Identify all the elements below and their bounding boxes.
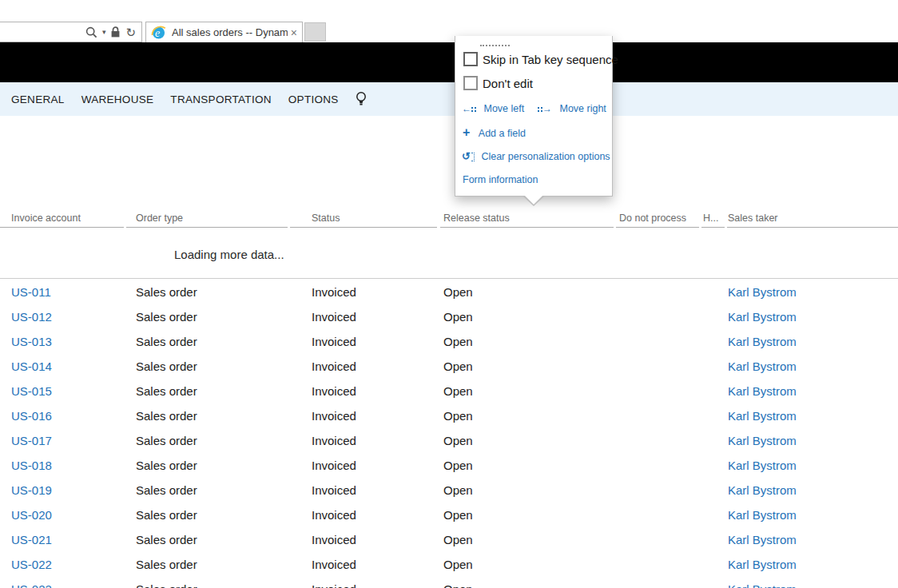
invoice-account-link[interactable]: US-013 xyxy=(11,335,52,348)
sales-taker-link[interactable]: Karl Bystrom xyxy=(728,508,797,522)
label-edit-field[interactable] xyxy=(480,45,510,46)
sales-taker-link[interactable]: Karl Bystrom xyxy=(728,558,797,571)
grid-rows: US-011 Sales order Invoiced Open Karl By… xyxy=(0,279,898,588)
table-row[interactable]: US-013 Sales order Invoiced Open Karl By… xyxy=(0,328,898,353)
tab-options[interactable]: OPTIONS xyxy=(288,93,339,105)
status-cell: Invoiced xyxy=(312,409,356,423)
checkbox-dont-edit[interactable]: Don't edit xyxy=(463,76,533,90)
action-menubar: GENERAL WAREHOUSE TRANSPORTATION OPTIONS xyxy=(0,82,898,116)
invoice-account-link[interactable]: US-015 xyxy=(11,384,52,398)
table-row[interactable]: US-020 Sales order Invoiced Open Karl By… xyxy=(0,502,898,526)
invoice-account-link[interactable]: US-020 xyxy=(11,508,52,522)
sales-taker-link[interactable]: Karl Bystrom xyxy=(728,409,797,423)
column-header-release-status[interactable]: Release status xyxy=(443,213,510,224)
address-bar[interactable]: ▾ ↻ xyxy=(0,22,142,42)
lightbulb-icon[interactable] xyxy=(356,91,367,108)
browser-tab[interactable]: e All sales orders -- Dynamics... × xyxy=(145,22,303,42)
invoice-account-link[interactable]: US-018 xyxy=(11,459,52,472)
invoice-account-link[interactable]: US-016 xyxy=(11,409,52,423)
checkbox-box[interactable] xyxy=(463,76,478,90)
column-header-do-not-process[interactable]: Do not process xyxy=(619,213,686,224)
sales-taker-link[interactable]: Karl Bystrom xyxy=(728,335,797,348)
column-header-invoice-account[interactable]: Invoice account xyxy=(11,213,81,224)
new-tab-button[interactable] xyxy=(304,22,326,42)
move-left-button[interactable]: ← Move left xyxy=(462,103,524,114)
table-row[interactable]: US-022 Sales order Invoiced Open Karl By… xyxy=(0,551,898,576)
order-type-cell: Sales order xyxy=(136,285,197,299)
invoice-account-link[interactable]: US-017 xyxy=(11,434,52,447)
checkbox-skip-tab-sequence[interactable]: Skip in Tab key sequence xyxy=(463,52,618,66)
release-status-cell: Open xyxy=(443,508,473,522)
refresh-icon[interactable]: ↻ xyxy=(125,26,136,38)
table-row[interactable]: US-015 Sales order Invoiced Open Karl By… xyxy=(0,378,898,403)
sales-taker-link[interactable]: Karl Bystrom xyxy=(728,434,797,447)
sales-taker-link[interactable]: Karl Bystrom xyxy=(728,582,797,588)
order-type-cell: Sales order xyxy=(136,459,197,472)
dynamics-appbar xyxy=(0,42,898,82)
status-cell: Invoiced xyxy=(312,459,356,472)
invoice-account-link[interactable]: US-011 xyxy=(11,285,51,299)
order-type-cell: Sales order xyxy=(136,508,197,522)
invoice-account-link[interactable]: US-012 xyxy=(11,310,52,324)
sales-taker-link[interactable]: Karl Bystrom xyxy=(728,360,797,373)
chevron-down-icon[interactable]: ▾ xyxy=(102,28,106,36)
move-left-icon: ← xyxy=(462,103,476,114)
screen: ▾ ↻ e All sales orders -- Dynamics... × xyxy=(0,0,898,588)
column-header-order-type[interactable]: Order type xyxy=(136,213,183,224)
status-cell: Invoiced xyxy=(312,533,356,546)
browser-chrome: ▾ ↻ e All sales orders -- Dynamics... × xyxy=(0,0,898,42)
status-cell: Invoiced xyxy=(312,360,356,373)
search-icon[interactable] xyxy=(85,26,97,38)
release-status-cell: Open xyxy=(443,582,473,588)
sales-taker-link[interactable]: Karl Bystrom xyxy=(728,533,797,546)
clear-personalization-button[interactable]: ↺ Clear personalization options xyxy=(462,150,610,162)
table-row[interactable]: US-016 Sales order Invoiced Open Karl By… xyxy=(0,403,898,427)
checkbox-box[interactable] xyxy=(463,52,478,66)
sales-taker-link[interactable]: Karl Bystrom xyxy=(728,285,797,299)
table-row[interactable]: US-021 Sales order Invoiced Open Karl By… xyxy=(0,526,898,551)
tab-close-icon[interactable]: × xyxy=(291,26,297,39)
release-status-cell: Open xyxy=(443,434,473,447)
tab-transportation[interactable]: TRANSPORTATION xyxy=(170,93,271,105)
order-type-cell: Sales order xyxy=(136,483,197,497)
status-cell: Invoiced xyxy=(312,335,356,348)
table-row[interactable]: US-017 Sales order Invoiced Open Karl By… xyxy=(0,427,898,452)
order-type-cell: Sales order xyxy=(136,558,197,571)
tab-general[interactable]: GENERAL xyxy=(11,93,65,105)
sales-taker-link[interactable]: Karl Bystrom xyxy=(728,384,797,398)
table-row[interactable]: US-019 Sales order Invoiced Open Karl By… xyxy=(0,477,898,502)
table-row[interactable]: US-012 Sales order Invoiced Open Karl By… xyxy=(0,304,898,328)
release-status-cell: Open xyxy=(443,384,473,398)
lock-icon xyxy=(110,26,121,38)
sales-taker-link[interactable]: Karl Bystrom xyxy=(728,459,797,472)
order-type-cell: Sales order xyxy=(136,409,197,423)
table-row[interactable]: US-018 Sales order Invoiced Open Karl By… xyxy=(0,452,898,477)
release-status-cell: Open xyxy=(443,459,473,472)
reset-icon: ↺ xyxy=(462,151,475,162)
status-cell: Invoiced xyxy=(312,310,356,324)
add-field-button[interactable]: + Add a field xyxy=(463,125,526,140)
sales-taker-link[interactable]: Karl Bystrom xyxy=(728,310,797,324)
move-right-button[interactable]: → Move right xyxy=(538,103,606,114)
plus-icon: + xyxy=(463,125,470,139)
table-row[interactable]: US-023 Sales order Invoiced Open Karl By… xyxy=(0,576,898,588)
invoice-account-link[interactable]: US-014 xyxy=(11,360,52,373)
invoice-account-link[interactable]: US-022 xyxy=(11,558,52,571)
invoice-account-link[interactable]: US-023 xyxy=(11,582,52,588)
tab-warehouse[interactable]: WAREHOUSE xyxy=(81,93,154,105)
sales-taker-link[interactable]: Karl Bystrom xyxy=(728,483,797,497)
status-cell: Invoiced xyxy=(312,483,356,497)
invoice-account-link[interactable]: US-021 xyxy=(11,533,52,546)
invoice-account-link[interactable]: US-019 xyxy=(11,483,52,497)
table-row[interactable]: US-011 Sales order Invoiced Open Karl By… xyxy=(0,279,898,304)
table-row[interactable]: US-014 Sales order Invoiced Open Karl By… xyxy=(0,353,898,378)
form-information-link[interactable]: Form information xyxy=(463,174,538,185)
personalization-popup: Skip in Tab key sequence Don't edit ← Mo… xyxy=(455,36,613,197)
order-type-cell: Sales order xyxy=(136,434,197,447)
status-cell: Invoiced xyxy=(312,285,356,299)
column-header-status[interactable]: Status xyxy=(312,213,340,224)
order-type-cell: Sales order xyxy=(136,360,197,373)
column-header-sales-taker[interactable]: Sales taker xyxy=(728,213,778,224)
checkbox-label: Skip in Tab key sequence xyxy=(483,53,618,66)
column-header-h[interactable]: H... xyxy=(703,213,718,224)
